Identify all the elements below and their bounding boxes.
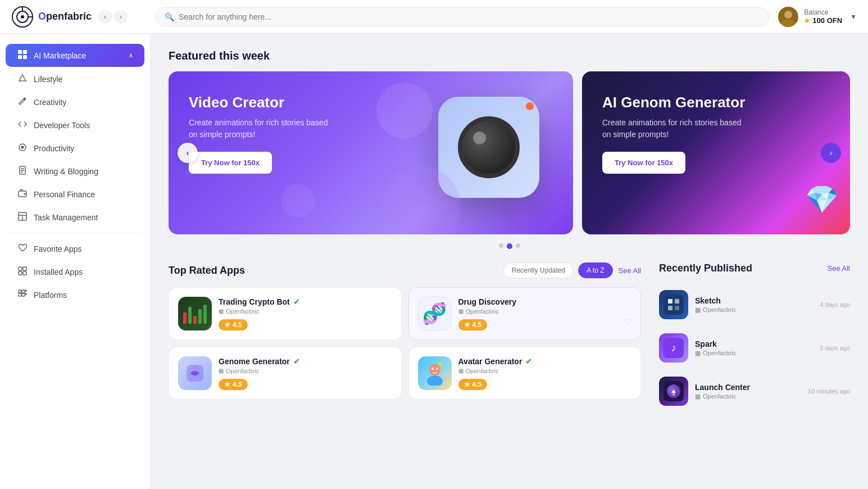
nav-arrows: ‹ ›	[98, 10, 128, 24]
app-card-trading[interactable]: Trading Crypto Bot ✔ ▦ Openfacbric ★ 4.5	[169, 287, 402, 340]
sidebar-item-marketplace[interactable]: AI Marketplace ∧	[6, 44, 144, 67]
sidebar-item-writing[interactable]: Writing & Blogging	[6, 160, 144, 182]
heart-icon	[17, 243, 28, 254]
sidebar: AI Marketplace ∧ Lifestyle Creativity	[0, 34, 151, 489]
candle-1	[183, 313, 187, 324]
card-btn-primary[interactable]: Try Now for 150x	[189, 152, 272, 174]
sidebar-item-task-management[interactable]: Task Management	[6, 206, 144, 228]
candlestick-chart	[183, 304, 207, 324]
genome-info: Genome Generator ✔ ▦ Openfacbric ★ 4.5	[219, 357, 392, 390]
sidebar-label-writing: Writing & Blogging	[34, 167, 98, 176]
dot-2[interactable]	[507, 243, 512, 249]
sidebar-item-creativity[interactable]: Creativity	[6, 91, 144, 113]
svg-point-35	[193, 366, 197, 369]
sidebar-label-lifestyle: Lifestyle	[34, 75, 62, 84]
filter-recently-updated[interactable]: Recently Updated	[503, 262, 574, 278]
circle-icon	[17, 143, 28, 153]
avatar-name: Avatar Generator ✔	[458, 357, 632, 366]
top-rated-controls: Recently Updated A to Z See All	[503, 262, 641, 278]
search-input[interactable]	[179, 12, 760, 21]
filter-a-to-z[interactable]: A to Z	[578, 262, 612, 278]
drug-publisher: ▦ Openfacbric	[458, 308, 632, 315]
svg-point-37	[429, 364, 440, 375]
svg-point-36	[193, 377, 197, 381]
svg-point-51	[672, 393, 675, 396]
dot-3[interactable]	[516, 243, 520, 248]
trading-publisher: ▦ Openfacbric	[219, 308, 392, 315]
app-card-genome[interactable]: Genome Generator ✔ ▦ Openfacbric ★ 4.5	[169, 347, 402, 400]
sketch-time: 4 days ago	[820, 301, 850, 308]
svg-rect-42	[664, 295, 684, 315]
main-content: Featured this week ‹ Video Creator Creat…	[151, 34, 868, 489]
svg-rect-8	[18, 50, 22, 54]
heart-button[interactable]: ♡	[624, 317, 631, 328]
recent-item-sketch[interactable]: Sketch ▦ Openfacbric 4 days ago	[659, 283, 850, 327]
sidebar-divider-1	[9, 233, 141, 233]
featured-card-video-creator[interactable]: Video Creator Create animations for rich…	[169, 71, 573, 234]
sidebar-item-personal-finance[interactable]: Personal Finance	[6, 183, 144, 205]
trading-verified: ✔	[293, 297, 300, 306]
avatar-publisher: ▦ Openfacbric	[458, 368, 632, 374]
avatar-rating: ★ 4.5	[458, 379, 488, 390]
sidebar-label-developer-tools: Developer Tools	[34, 121, 90, 130]
svg-rect-26	[19, 271, 22, 275]
sketch-info: Sketch ▦ Openfacbric	[695, 296, 813, 314]
avatar	[778, 7, 798, 27]
recently-published-see-all[interactable]: See All	[828, 264, 850, 273]
svg-rect-45	[668, 306, 672, 310]
sidebar-item-installed-apps[interactable]: Installed Apps	[6, 261, 144, 283]
sidebar-label-marketplace: AI Marketplace	[34, 51, 86, 60]
genome-rating: ★ 4.5	[219, 379, 248, 390]
featured-carousel: ‹ Video Creator Create animations for ri…	[169, 71, 850, 234]
sidebar-item-favorite-apps[interactable]: Favorite Apps	[6, 238, 144, 260]
drug-info: Drug Discovery ▦ Openfacbric ★ 4.5 ♡	[458, 297, 632, 330]
drug-name: Drug Discovery	[458, 297, 632, 306]
card-content-primary: Video Creator Create animations for rich…	[169, 71, 573, 196]
genome-publisher: ▦ Openfacbric	[219, 368, 392, 374]
trading-icon	[178, 297, 212, 330]
app-card-drug[interactable]: 🧬 Drug Discovery ▦ Openfacbric	[408, 287, 642, 340]
spark-svg: ♪	[664, 338, 684, 358]
launch-name: Launch Center	[695, 383, 801, 392]
card-desc-primary: Create animations for rich stories based…	[189, 117, 335, 141]
back-button[interactable]: ‹	[98, 10, 112, 24]
candle-5	[203, 305, 207, 324]
svg-marker-12	[19, 75, 26, 81]
svg-rect-46	[675, 306, 679, 310]
user-menu-chevron[interactable]: ▼	[850, 13, 857, 21]
svg-point-20	[24, 193, 25, 194]
recent-item-spark[interactable]: ♪ Spark ▦ Openfacbric 2 days ago	[659, 327, 850, 370]
svg-rect-25	[23, 267, 26, 270]
top-rated-header: Top Rated Apps Recently Updated A to Z S…	[169, 262, 641, 278]
app-card-avatar[interactable]: Avatar Generator ✔ ▦ Openfacbric ★ 4.5	[408, 347, 642, 400]
avatar-verified: ✔	[525, 357, 532, 366]
featured-card-ai-genom[interactable]: AI Genom Generator Create animations for…	[582, 71, 850, 234]
sidebar-item-lifestyle[interactable]: Lifestyle	[6, 68, 144, 90]
balance-amount: ★ 100 OFN	[804, 16, 842, 25]
recent-item-launch-center[interactable]: Launch Center ▦ Openfacbric 10 minutes a…	[659, 370, 850, 413]
dot-1[interactable]	[499, 243, 503, 248]
candle-3	[193, 316, 197, 324]
pub-icon-avatar: ▦	[458, 368, 463, 374]
grid-icon	[17, 49, 28, 61]
user-area: Balance ★ 100 OFN ▼	[778, 7, 857, 27]
top-rated-section: Top Rated Apps Recently Updated A to Z S…	[169, 262, 641, 413]
sidebar-item-platforms[interactable]: Platforms	[6, 284, 144, 306]
card-btn-secondary[interactable]: Try Now for 150x	[602, 152, 685, 174]
card-title-primary: Video Creator	[189, 94, 553, 111]
card-content-secondary: AI Genom Generator Create animations for…	[582, 71, 850, 196]
svg-point-2	[21, 15, 24, 19]
svg-rect-29	[22, 290, 25, 293]
search-bar: 🔍	[155, 7, 769, 26]
forward-button[interactable]: ›	[114, 10, 128, 24]
trading-name: Trading Crypto Bot ✔	[219, 297, 392, 306]
launch-info: Launch Center ▦ Openfacbric	[695, 383, 801, 400]
sidebar-item-productivity[interactable]: Productivity	[6, 137, 144, 159]
spark-name: Spark	[695, 339, 813, 348]
apps-grid: Trading Crypto Bot ✔ ▦ Openfacbric ★ 4.5	[169, 287, 641, 400]
sidebar-item-developer-tools[interactable]: Developer Tools	[6, 114, 144, 136]
genome-name: Genome Generator ✔	[219, 357, 392, 366]
carousel-prev-button[interactable]: ‹	[178, 143, 198, 163]
top-rated-see-all[interactable]: See All	[619, 266, 641, 275]
sidebar-label-installed-apps: Installed Apps	[34, 268, 83, 277]
